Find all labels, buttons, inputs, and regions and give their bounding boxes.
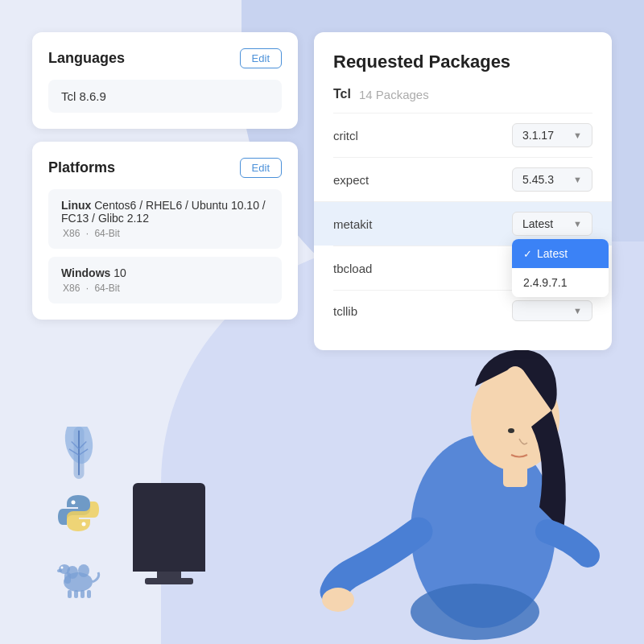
languages-edit-button[interactable]: Edit	[240, 48, 282, 68]
platform-sep-linux: ·	[86, 228, 92, 239]
svg-rect-23	[503, 463, 527, 487]
tcl-count: 14 Packages	[359, 88, 429, 101]
language-item: Tcl 8.6.9	[48, 80, 282, 113]
python-icon	[56, 491, 101, 535]
languages-header: Languages Edit	[48, 48, 282, 68]
platform-name-linux: Linux Centos6 / RHEL6 / Ubuntu 10.10 / F…	[61, 199, 269, 225]
languages-card: Languages Edit Tcl 8.6.9	[32, 32, 298, 129]
chevron-down-icon: ▼	[573, 219, 582, 229]
svg-point-15	[57, 569, 62, 572]
python-icon-badge	[56, 491, 101, 535]
packages-card: Requested Packages Tcl 14 Packages critc…	[314, 32, 612, 350]
svg-point-11	[78, 564, 89, 577]
tcl-label: Tcl	[333, 87, 351, 101]
version-value-metakit: Latest	[522, 217, 553, 230]
package-name-tbcload: tbcload	[333, 262, 372, 275]
dropdown-item-latest[interactable]: ✓ Latest	[512, 239, 609, 268]
platform-name-windows: Windows 10	[61, 266, 269, 279]
chevron-down-icon: ▼	[573, 306, 582, 316]
svg-point-25	[411, 584, 539, 640]
dropdown-container-metakit: Latest ▼ ✓ Latest 2.4.9.7.1	[512, 212, 592, 236]
svg-rect-19	[87, 590, 91, 598]
platform-arch-linux: X86 · 64-Bit	[61, 228, 269, 239]
svg-rect-16	[68, 590, 72, 598]
tcl-feather-icon	[59, 427, 99, 479]
svg-point-22	[508, 428, 514, 433]
package-row-expect: expect 5.45.3 ▼	[333, 157, 592, 201]
tcl-header: Tcl 14 Packages	[333, 87, 592, 101]
svg-point-13	[59, 564, 70, 574]
tcl-feather-icon-badge	[56, 431, 101, 475]
platform-item-linux: Linux Centos6 / RHEL6 / Ubuntu 10.10 / F…	[48, 189, 282, 249]
version-select-metakit[interactable]: Latest ▼	[512, 212, 592, 236]
monitor	[133, 483, 205, 572]
svg-rect-18	[80, 590, 85, 598]
person-illustration	[177, 306, 644, 644]
svg-rect-17	[74, 590, 78, 598]
left-panel: Languages Edit Tcl 8.6.9 Platforms Edit …	[32, 32, 298, 350]
dropdown-menu-metakit: ✓ Latest 2.4.9.7.1	[512, 239, 609, 297]
platform-os-windows: Windows	[61, 266, 110, 279]
platform-bits-windows: 64-Bit	[94, 283, 119, 294]
dropdown-item-2497[interactable]: 2.4.9.7.1	[512, 268, 609, 297]
platforms-edit-button[interactable]: Edit	[240, 158, 282, 178]
version-value-critcl: 3.1.17	[522, 129, 554, 142]
platform-arch-linux-label: X86	[63, 228, 80, 239]
monitor-base	[145, 578, 193, 584]
perl-camel-icon	[56, 550, 101, 598]
package-row-critcl: critcl 3.1.17 ▼	[333, 113, 592, 157]
chevron-down-icon: ▼	[573, 175, 582, 184]
platform-detail-windows: 10	[114, 266, 126, 279]
package-row-metakit: metakit Latest ▼ ✓ Latest 2.4.9.7.1	[314, 201, 612, 246]
dropdown-option-latest: Latest	[537, 247, 568, 260]
platforms-header: Platforms Edit	[48, 158, 282, 178]
svg-point-14	[61, 566, 64, 568]
svg-point-7	[72, 501, 76, 505]
platform-arch-windows: X86 · 64-Bit	[61, 283, 269, 294]
version-select-critcl[interactable]: 3.1.17 ▼	[512, 123, 592, 147]
package-name-expect: expect	[333, 173, 369, 187]
platforms-card: Platforms Edit Linux Centos6 / RHEL6 / U…	[32, 142, 298, 320]
platform-detail-linux: Centos6 / RHEL6 / Ubuntu 10.10 / FC13 / …	[61, 199, 266, 225]
version-select-expect[interactable]: 5.45.3 ▼	[512, 167, 592, 192]
packages-title: Requested Packages	[333, 52, 592, 72]
platform-sep-windows: ·	[86, 283, 92, 294]
icons-column	[56, 431, 101, 596]
platform-item-windows: Windows 10 X86 · 64-Bit	[48, 257, 282, 303]
languages-title: Languages	[48, 50, 125, 67]
version-select-tcllib[interactable]: ▼	[512, 300, 592, 321]
version-value-expect: 5.45.3	[522, 173, 554, 186]
package-name-critcl: critcl	[333, 129, 358, 142]
dropdown-option-2497: 2.4.9.7.1	[523, 276, 568, 289]
chevron-down-icon: ▼	[573, 130, 582, 140]
package-name-metakit: metakit	[333, 217, 372, 231]
package-name-tcllib: tcllib	[333, 304, 357, 318]
platform-os-linux: Linux	[61, 199, 91, 212]
svg-rect-12	[64, 572, 71, 584]
svg-point-24	[322, 588, 354, 612]
right-panel: Requested Packages Tcl 14 Packages critc…	[314, 32, 612, 350]
check-icon: ✓	[523, 248, 532, 260]
perl-camel-icon-badge	[56, 551, 101, 596]
platform-bits-linux: 64-Bit	[94, 228, 119, 239]
platform-arch-windows-label: X86	[63, 283, 80, 294]
content-area: Languages Edit Tcl 8.6.9 Platforms Edit …	[32, 32, 612, 350]
svg-point-8	[82, 522, 86, 526]
platforms-title: Platforms	[48, 159, 115, 176]
